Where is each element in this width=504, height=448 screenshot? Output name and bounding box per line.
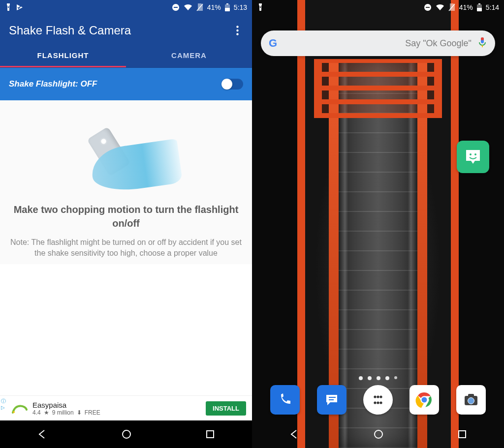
wifi-icon xyxy=(436,4,444,11)
ad-meta: 4.4 ★ 9 million ⬇ FREE xyxy=(32,409,206,416)
svg-point-11 xyxy=(123,430,130,438)
download-icon: ⬇ xyxy=(77,409,82,416)
battery-icon xyxy=(225,3,230,11)
dock-messages-app[interactable] xyxy=(317,385,346,415)
adchoices-icon[interactable]: ⓘ▷ xyxy=(1,398,6,410)
dock-chrome-app[interactable] xyxy=(410,385,439,415)
svg-rect-0 xyxy=(8,6,9,8)
svg-point-10 xyxy=(13,411,15,413)
svg-rect-13 xyxy=(260,6,261,8)
instruction-note: Note: The flashlight might be turned on … xyxy=(9,237,243,259)
nav-bar xyxy=(252,420,504,448)
ad-rating: 4.4 xyxy=(32,409,41,416)
svg-point-24 xyxy=(474,153,476,155)
svg-rect-22 xyxy=(481,37,484,40)
app-bar: Shake Flash & Camera xyxy=(0,15,252,43)
star-icon: ★ xyxy=(44,409,49,416)
svg-point-40 xyxy=(375,430,382,438)
dock-phone-app[interactable] xyxy=(270,385,300,415)
dock-camera-app[interactable] xyxy=(456,385,486,415)
chop-illustration xyxy=(62,125,190,189)
app-title: Shake Flash & Camera xyxy=(9,24,131,37)
wifi-icon xyxy=(184,4,192,11)
google-search-bar[interactable]: G Say "Ok Google" xyxy=(261,30,495,56)
content-area: Make two chopping motion to turn the fla… xyxy=(0,100,252,264)
search-hint: Say "Ok Google" xyxy=(405,38,472,49)
nav-recents-button[interactable] xyxy=(457,429,467,439)
bridge-decoration-icon xyxy=(314,59,442,118)
tab-camera[interactable]: CAMERA xyxy=(126,43,252,67)
bitmoji-icon xyxy=(457,141,489,173)
ad-downloads: 9 million xyxy=(52,409,74,416)
svg-point-32 xyxy=(379,401,382,404)
dnd-icon xyxy=(172,3,180,11)
toggle-knob-icon xyxy=(221,79,232,90)
ad-title: Easypaisa xyxy=(32,401,206,409)
svg-rect-37 xyxy=(468,394,474,397)
tab-flashlight[interactable]: FLASHLIGHT xyxy=(0,43,126,67)
phone-right: 41% 5:14 G Say "Ok Google" Bitmoji xyxy=(252,0,504,448)
svg-point-9 xyxy=(236,33,238,35)
nav-home-button[interactable] xyxy=(121,429,132,440)
svg-rect-6 xyxy=(226,3,228,4)
svg-rect-41 xyxy=(459,431,466,438)
flashlight-notif-icon xyxy=(5,3,12,11)
ad-app-icon xyxy=(11,400,28,417)
battery-percent: 41% xyxy=(459,3,473,11)
phone-left: 41% 5:13 Shake Flash & Camera FLASHLIGHT… xyxy=(0,0,252,448)
shake-flashlight-toggle[interactable] xyxy=(221,79,243,90)
svg-rect-19 xyxy=(478,3,480,4)
nav-back-button[interactable] xyxy=(37,429,48,440)
svg-point-27 xyxy=(374,395,376,398)
install-button[interactable]: INSTALL xyxy=(206,401,246,416)
dock xyxy=(252,379,504,420)
nav-recents-button[interactable] xyxy=(205,429,215,439)
flashlight-notif-icon xyxy=(257,3,264,11)
voice-search-button[interactable] xyxy=(477,36,487,50)
status-bar: 41% 5:14 xyxy=(252,0,504,15)
nav-home-button[interactable] xyxy=(373,429,384,440)
ad-banner[interactable]: ⓘ▷ Easypaisa 4.4 ★ 9 million ⬇ FREE INST… xyxy=(0,395,252,420)
play-check-icon xyxy=(16,3,24,11)
battery-percent: 41% xyxy=(207,3,221,11)
overflow-menu-button[interactable] xyxy=(231,25,243,36)
no-sim-icon xyxy=(448,3,455,11)
nav-back-button[interactable] xyxy=(289,429,300,440)
battery-icon xyxy=(477,3,482,11)
svg-rect-18 xyxy=(477,8,482,11)
svg-point-31 xyxy=(377,401,379,404)
svg-point-7 xyxy=(236,26,238,28)
svg-point-8 xyxy=(236,30,238,31)
app-drawer-button[interactable] xyxy=(363,385,393,415)
svg-rect-5 xyxy=(225,8,230,11)
instruction-headline: Make two chopping motion to turn the fla… xyxy=(9,203,243,230)
svg-point-29 xyxy=(379,395,382,398)
svg-point-28 xyxy=(377,395,379,398)
google-logo-icon: G xyxy=(269,37,277,50)
status-clock: 5:14 xyxy=(486,3,499,11)
nav-bar xyxy=(0,420,252,448)
shake-flashlight-label: Shake Flashlight: OFF xyxy=(9,79,97,89)
status-bar: 41% 5:13 xyxy=(0,0,252,15)
app-bitmoji[interactable]: Bitmoji xyxy=(457,141,477,151)
tab-bar: FLASHLIGHT CAMERA xyxy=(0,43,252,68)
no-sim-icon xyxy=(196,3,203,11)
dnd-icon xyxy=(424,3,432,11)
svg-rect-15 xyxy=(426,7,430,8)
ad-price: FREE xyxy=(85,409,100,416)
svg-rect-2 xyxy=(174,7,178,8)
svg-point-30 xyxy=(374,401,376,404)
status-clock: 5:13 xyxy=(234,3,247,11)
svg-point-23 xyxy=(470,153,472,155)
svg-rect-12 xyxy=(207,431,214,438)
shake-flashlight-row: Shake Flashlight: OFF xyxy=(0,68,252,100)
